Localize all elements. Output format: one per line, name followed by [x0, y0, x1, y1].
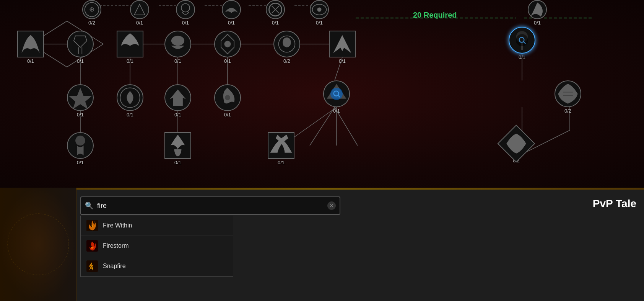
- talent-count-n7: 0/1: [534, 20, 541, 26]
- dropdown-label-fire-within: Fire Within: [103, 222, 132, 229]
- talent-node-n25[interactable]: 0/2: [503, 130, 530, 164]
- search-input[interactable]: [80, 196, 340, 215]
- talent-count-n3: 0/1: [182, 20, 189, 26]
- talent-count-n1: 0/2: [88, 20, 95, 26]
- dropdown-label-snapfire: Snapfire: [103, 263, 126, 270]
- svg-point-39: [224, 41, 231, 47]
- talent-node-n23[interactable]: 0/1: [164, 132, 191, 165]
- talent-count-n4: 0/1: [228, 20, 235, 26]
- talent-node-n5[interactable]: 0/1: [266, 0, 285, 26]
- svg-line-46: [338, 95, 340, 98]
- dropdown-item-fire-within[interactable]: Fire Within: [81, 216, 233, 236]
- talent-node-n12[interactable]: 0/1: [214, 31, 241, 64]
- talent-node-n19[interactable]: 0/1: [214, 84, 241, 118]
- talent-node-n14[interactable]: 0/1: [329, 31, 356, 64]
- talent-count-n17: 0/1: [127, 112, 133, 118]
- talent-tree: 20 Required ⊕ 0/2 0/1 0/1 0/1 0/1: [0, 0, 644, 188]
- firestorm-icon: [86, 240, 98, 252]
- talent-count-n19: 0/1: [224, 112, 231, 118]
- talent-node-n21[interactable]: 0/2: [555, 80, 581, 114]
- snapfire-icon: [86, 260, 98, 272]
- talent-count-n6: 0/1: [316, 20, 323, 26]
- search-clear-button[interactable]: ✕: [327, 201, 336, 210]
- connector-lines: [0, 0, 644, 188]
- talent-node-n22[interactable]: 0/1: [67, 132, 94, 165]
- talent-count-n16: 0/1: [77, 112, 84, 118]
- talent-node-n16[interactable]: 0/1: [67, 84, 94, 118]
- talent-node-n1[interactable]: ⊕ 0/2: [82, 0, 101, 26]
- talent-count-n15: 0/1: [519, 54, 525, 60]
- talent-count-n8: 0/1: [27, 58, 34, 64]
- talent-node-n18[interactable]: 0/1: [164, 84, 191, 118]
- talent-node-n13[interactable]: 0/2: [273, 31, 300, 64]
- talent-node-n6[interactable]: 0/1: [310, 0, 329, 26]
- pvp-talents-label: PvP Tale: [593, 198, 644, 210]
- svg-point-37: [317, 7, 321, 11]
- talent-count-n11: 0/1: [174, 58, 181, 64]
- talent-node-n8[interactable]: 0/1: [17, 31, 44, 64]
- talent-count-n9: 0/1: [77, 58, 84, 64]
- talent-node-n24[interactable]: 0/1: [268, 132, 294, 165]
- talent-node-n3[interactable]: 0/1: [176, 0, 195, 26]
- talent-node-n7[interactable]: 0/1: [528, 0, 547, 26]
- fire-within-icon: [86, 219, 98, 232]
- dropdown-item-firestorm[interactable]: Firestorm: [81, 236, 233, 256]
- search-icon: 🔍: [85, 201, 93, 210]
- bottom-panel: 🔍 ✕ Fire Within: [0, 188, 644, 301]
- talent-count-n20: 0/1: [333, 108, 340, 114]
- talent-count-n13: 0/2: [283, 58, 290, 64]
- talent-count-n10: 0/1: [127, 58, 133, 64]
- dropdown-item-snapfire[interactable]: Snapfire: [81, 256, 233, 276]
- talent-count-n2: 0/1: [136, 20, 143, 26]
- svg-point-44: [225, 95, 230, 100]
- talent-count-n22: 0/1: [77, 160, 84, 165]
- talent-count-n23: 0/1: [174, 160, 181, 165]
- talent-count-n14: 0/1: [339, 58, 346, 64]
- talent-count-n12: 0/1: [224, 58, 231, 64]
- required-label: 20 Required: [413, 11, 457, 20]
- talent-node-n17[interactable]: 0/1: [117, 84, 143, 118]
- svg-point-38: [171, 36, 184, 46]
- svg-point-47: [75, 136, 85, 146]
- svg-point-45: [334, 91, 339, 96]
- talent-count-n5: 0/1: [272, 20, 279, 26]
- search-box-wrapper: 🔍 ✕ Fire Within: [80, 196, 340, 215]
- dropdown-label-firestorm: Firestorm: [103, 242, 129, 249]
- talent-node-n15[interactable]: 0/1: [509, 27, 535, 60]
- svg-line-43: [524, 42, 526, 44]
- talent-count-n24: 0/1: [278, 160, 285, 165]
- talent-node-n9[interactable]: 0/1: [67, 31, 94, 64]
- talent-node-n2[interactable]: 0/1: [130, 0, 149, 26]
- svg-point-34: [181, 3, 190, 12]
- talent-count-n18: 0/1: [174, 112, 181, 118]
- search-dropdown: Fire Within Firestorm: [80, 216, 233, 277]
- talent-node-n4[interactable]: 0/1: [222, 0, 241, 26]
- talent-node-n11[interactable]: 0/1: [164, 31, 191, 64]
- talent-node-n10[interactable]: 0/1: [117, 31, 143, 64]
- search-area: 🔍 ✕ Fire Within: [0, 190, 644, 215]
- svg-text:⊕: ⊕: [89, 6, 94, 13]
- talent-count-n21: 0/2: [564, 108, 571, 114]
- talent-node-n20[interactable]: 0/1: [323, 80, 350, 114]
- svg-point-42: [519, 38, 524, 43]
